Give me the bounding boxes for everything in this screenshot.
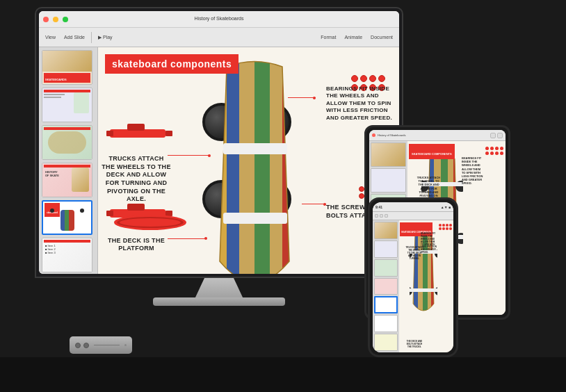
mac-toolbar: History of Skateboards <box>39 11 399 28</box>
mac-mini <box>70 336 132 354</box>
minimize-button[interactable] <box>53 17 58 22</box>
close-button[interactable] <box>43 17 49 22</box>
svg-rect-5 <box>223 143 287 154</box>
keynote-toolbar: View Add Slide ▶ Play Format Animate Doc… <box>39 28 399 47</box>
tablet-format-button[interactable] <box>497 133 503 138</box>
phone-toolbar-btn-2[interactable] <box>380 214 383 218</box>
keynote-main: SKATEBOARDS <box>39 47 399 274</box>
bearing-connector-dot <box>313 97 316 99</box>
tablet-toolbar: History of Skateboards <box>369 130 506 141</box>
tablet-close <box>372 133 375 137</box>
svg-rect-8 <box>127 124 145 131</box>
phone: 9:41 ▲▼ ■ SKATEB <box>368 197 458 357</box>
bearings-description: BEARINGS FIT INSIDE THE WHEELS AND ALLOW… <box>326 85 396 122</box>
tablet-title-text: History of Skateboards <box>378 133 405 137</box>
phone-thumb-6[interactable] <box>374 315 398 332</box>
slide-thumb-3[interactable] <box>42 125 92 160</box>
phone-status-bar: 9:41 ▲▼ ■ <box>373 202 453 212</box>
phone-time: 9:41 <box>375 205 382 209</box>
mac-mini-port-1 <box>75 343 81 348</box>
svg-rect-29 <box>414 227 418 318</box>
phone-thumb-1[interactable] <box>374 222 398 239</box>
truck-icon-left <box>106 117 190 152</box>
svg-rect-1 <box>239 56 254 274</box>
tablet-bearings-text: BEARINGS FITINSIDE THEWHEELS ANDALLOW TH… <box>462 156 503 186</box>
skateboard-deck <box>206 53 303 274</box>
phone-deck-text: THE DECK ANDBOLTS ATTACHTHE TRUCKS. <box>401 341 428 349</box>
slide-background: skateboard components <box>98 47 399 274</box>
tablet-slide-title-box: SKATEBOARD COMPONENTS <box>409 144 455 159</box>
trucks-description: TRUCKS ATTACH THE WHEELS TO THE DECK AND… <box>102 155 171 204</box>
phone-thumb-7[interactable] <box>374 334 398 351</box>
slide-thumb-1[interactable]: SKATEBOARDS <box>42 50 92 85</box>
monitor-screen: History of Skateboards View Add Slide ▶ … <box>39 11 399 274</box>
play-button[interactable]: ▶ Play <box>96 33 115 42</box>
truck-connector-dot <box>208 154 211 157</box>
phone-thumb-2[interactable] <box>374 240 398 258</box>
deck-illustration <box>112 212 188 236</box>
phone-trucks-text: TRUCKS ATTACHTHE WHEELTO THE DECKAND ALL… <box>401 247 428 260</box>
monitor-bezel: History of Skateboards View Add Slide ▶ … <box>35 7 403 278</box>
svg-rect-3 <box>270 56 282 274</box>
svg-rect-12 <box>127 204 145 211</box>
animate-button[interactable]: Animate <box>342 33 364 41</box>
phone-toolbar-btn-1[interactable] <box>375 214 378 218</box>
deck-connector-dot <box>204 237 207 240</box>
slide-thumb-5[interactable]: skateboard <box>42 200 92 235</box>
monitor-base <box>153 297 285 306</box>
svg-rect-39 <box>410 288 437 292</box>
screw-connector-line <box>302 204 326 204</box>
slide-panel[interactable]: SKATEBOARDS <box>39 47 98 274</box>
slide-thumb-2[interactable] <box>42 88 92 122</box>
svg-rect-2 <box>254 56 270 274</box>
slide-title-box: skateboard components <box>105 54 238 74</box>
add-slide-button[interactable]: Add Slide <box>62 33 87 41</box>
mac-mini-port-2 <box>83 343 89 348</box>
deck-connector-line <box>168 238 206 239</box>
phone-thumb-5[interactable] <box>374 296 398 313</box>
phone-thumb-3[interactable] <box>374 259 398 277</box>
tablet-thumb-2[interactable] <box>371 168 406 193</box>
truck-connector-line <box>168 155 209 156</box>
svg-rect-0 <box>227 56 239 274</box>
tablet-bearings-dots <box>485 147 503 155</box>
deck-description: THE DECK IS THE PLATFORM <box>102 237 171 253</box>
svg-point-17 <box>120 218 181 227</box>
tablet-play-button[interactable] <box>490 133 496 138</box>
phone-toolbar <box>373 212 453 220</box>
maximize-button[interactable] <box>63 17 68 22</box>
view-button[interactable]: View <box>43 33 58 41</box>
svg-rect-10 <box>165 131 172 136</box>
tablet-thumb-1[interactable] <box>371 142 406 167</box>
phone-toolbar-btn-3[interactable] <box>385 214 388 218</box>
phone-sidebar[interactable] <box>373 220 399 352</box>
mac-mini-indicator <box>124 344 127 346</box>
monitor: History of Skateboards View Add Slide ▶ … <box>35 7 403 299</box>
slide-title: skateboard components <box>112 58 232 70</box>
footer-background <box>0 357 566 392</box>
phone-status-icons: ▲▼ ■ <box>441 205 451 209</box>
format-button[interactable]: Format <box>318 33 338 41</box>
document-button[interactable]: Document <box>369 33 395 41</box>
current-slide[interactable]: skateboard components <box>98 47 399 274</box>
bearing-connector-line <box>288 97 316 98</box>
phone-content: SKATEBOARD COMPONENTS <box>373 220 453 352</box>
slide-thumb-6[interactable]: ■ Item 1■ Item 2■ Item 3 <box>42 238 92 272</box>
phone-screen: 9:41 ▲▼ ■ SKATEB <box>373 202 453 352</box>
svg-rect-9 <box>106 131 113 136</box>
phone-thumb-4[interactable] <box>374 278 398 295</box>
tablet-slide-title: SKATEBOARD COMPONENTS <box>412 152 452 156</box>
window-title: History of Skateboards <box>195 16 244 21</box>
svg-rect-6 <box>223 213 287 224</box>
phone-main: SKATEBOARD COMPONENTS <box>399 220 453 352</box>
slide-thumb-4[interactable]: HISTORYOF SKATE <box>42 163 92 197</box>
monitor-stand <box>195 278 243 299</box>
phone-bearings-dots <box>439 224 452 230</box>
